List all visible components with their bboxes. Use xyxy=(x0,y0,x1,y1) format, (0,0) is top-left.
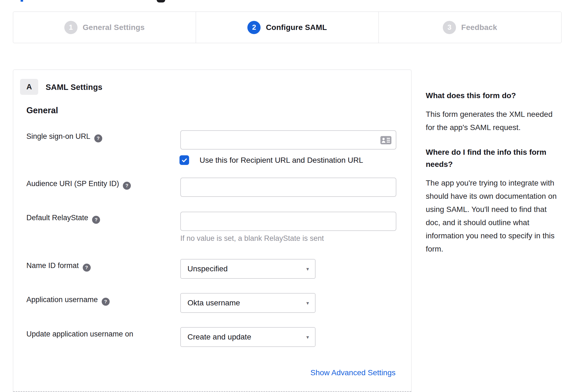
step-3-label: Feedback xyxy=(461,23,497,32)
use-for-recipient-checkbox-label[interactable]: Use this for Recipient URL and Destinati… xyxy=(200,156,363,165)
top-cutoff-blue-mark xyxy=(21,0,23,2)
relaystate-hint: If no value is set, a blank RelayState i… xyxy=(180,234,324,243)
wizard-stepper: 1 General Settings 2 Configure SAML 3 Fe… xyxy=(13,12,562,43)
general-group-heading: General xyxy=(26,106,58,115)
chevron-down-icon: ▾ xyxy=(306,266,309,272)
chevron-down-icon: ▾ xyxy=(306,334,309,340)
default-relaystate-label: Default RelayState? xyxy=(26,214,100,224)
step-2-number-badge: 2 xyxy=(247,21,261,34)
name-id-format-select[interactable]: Unspecified ▾ xyxy=(180,259,316,279)
checkmark-icon xyxy=(181,157,188,164)
help-icon[interactable]: ? xyxy=(94,134,102,142)
step-2-label: Configure SAML xyxy=(266,23,327,32)
help-heading: Where do I find the info this form needs… xyxy=(426,146,560,170)
sso-url-label: Single sign-on URL? xyxy=(26,132,102,142)
saml-settings-panel: A SAML Settings General Single sign-on U… xyxy=(13,70,411,392)
step-configure-saml[interactable]: 2 Configure SAML xyxy=(196,12,378,43)
help-icon[interactable]: ? xyxy=(83,264,91,272)
contact-card-icon xyxy=(380,136,391,144)
step-1-label: General Settings xyxy=(83,23,145,32)
name-id-format-label: Name ID format? xyxy=(26,261,91,272)
help-icon[interactable]: ? xyxy=(92,216,100,224)
section-a-badge: A xyxy=(20,79,38,95)
help-block-where: Where do I find the info this form needs… xyxy=(426,146,560,256)
help-sidebar: What does this form do? This form genera… xyxy=(426,90,560,256)
use-for-recipient-checkbox[interactable] xyxy=(179,155,189,165)
section-title: SAML Settings xyxy=(46,83,103,92)
sso-url-input[interactable] xyxy=(180,130,396,150)
update-application-username-label: Update application username on xyxy=(26,330,133,338)
step-3-number-badge: 3 xyxy=(443,21,456,34)
application-username-select[interactable]: Okta username ▾ xyxy=(180,293,316,313)
help-body: This form generates the XML needed for t… xyxy=(426,108,560,134)
default-relaystate-input[interactable] xyxy=(180,212,396,231)
update-application-username-select[interactable]: Create and update ▾ xyxy=(180,327,316,347)
help-icon[interactable]: ? xyxy=(123,182,131,190)
sso-url-input-wrap xyxy=(180,130,396,150)
help-body: The app you're trying to integrate with … xyxy=(426,176,560,256)
chevron-down-icon: ▾ xyxy=(306,300,309,306)
audience-uri-input[interactable] xyxy=(180,178,396,197)
step-feedback[interactable]: 3 Feedback xyxy=(378,12,561,43)
show-advanced-settings-link[interactable]: Show Advanced Settings xyxy=(310,368,396,377)
help-icon[interactable]: ? xyxy=(102,298,110,306)
help-heading: What does this form do? xyxy=(426,90,560,102)
top-cutoff-logo-fragment xyxy=(157,0,165,2)
step-general-settings[interactable]: 1 General Settings xyxy=(13,12,196,43)
help-block-what: What does this form do? This form genera… xyxy=(426,90,560,134)
application-username-label: Application username? xyxy=(26,296,110,306)
step-1-number-badge: 1 xyxy=(64,21,78,34)
audience-uri-label: Audience URI (SP Entity ID)? xyxy=(26,180,131,190)
